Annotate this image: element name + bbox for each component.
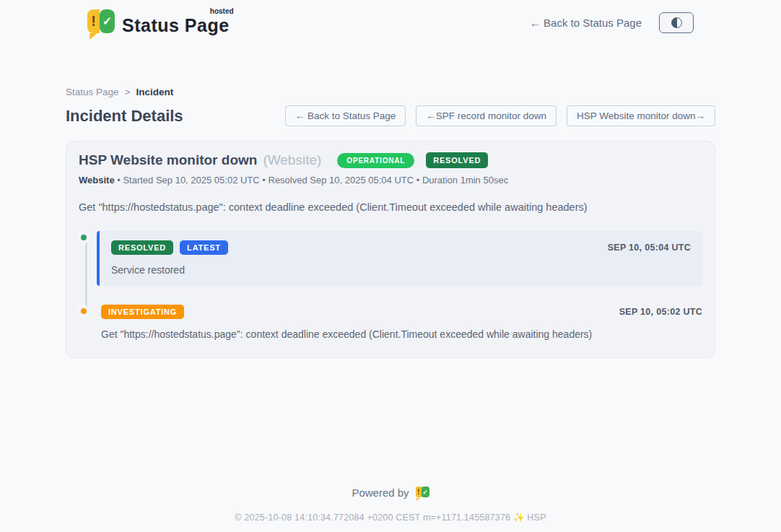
contrast-icon xyxy=(671,17,682,28)
timeline-resolved-badge: RESOLVED xyxy=(111,240,173,255)
timeline-entry-investigating: INVESTIGATING SEP 10, 05:02 UTC Get "htt… xyxy=(79,305,702,340)
incident-nav-buttons: ← Back to Status Page ←SPF record monito… xyxy=(285,105,715,126)
breadcrumb-incident: Incident xyxy=(136,87,173,97)
timeline-timestamp: SEP 10, 05:02 UTC xyxy=(619,307,702,317)
back-to-status-page-button[interactable]: ← Back to Status Page xyxy=(285,105,406,126)
main-content: Status Page > Incident Incident Details … xyxy=(66,87,715,523)
page-footer: Powered by ! ✓ © 2025-10-08 14:10:34.772… xyxy=(66,487,715,523)
timeline-entry-resolved: RESOLVED LATEST SEP 10, 05:04 UTC Servic… xyxy=(79,231,702,286)
breadcrumb-status-page[interactable]: Status Page xyxy=(66,87,119,97)
incident-component: (Website) xyxy=(263,152,321,168)
operational-badge: OPERATIONAL xyxy=(337,153,414,168)
incident-card: HSP Website monitor down (Website) OPERA… xyxy=(66,141,715,358)
brand-name: Status Page xyxy=(122,15,230,35)
page-title: Incident Details xyxy=(66,107,183,126)
incident-description: Get "https://hostedstatus.page": context… xyxy=(79,201,702,213)
mini-bubble-tail xyxy=(416,498,420,501)
next-incident-button[interactable]: HSP Website monitor down→ xyxy=(567,105,715,126)
timeline-highlight-box: RESOLVED LATEST SEP 10, 05:04 UTC Servic… xyxy=(97,231,702,286)
exclamation-icon: ! xyxy=(87,9,100,33)
copyright-text: © 2025-10-08 14:10:34.772084 +0200 CEST … xyxy=(66,512,715,523)
meta-component-name: Website xyxy=(79,175,115,186)
theme-toggle-button[interactable] xyxy=(659,12,694,33)
header-back-link[interactable]: ← Back to Status Page xyxy=(530,17,642,29)
powered-by[interactable]: Powered by ! ✓ xyxy=(352,487,429,499)
checkmark-icon: ✓ xyxy=(100,9,115,33)
bubble-tail xyxy=(90,33,97,40)
timeline-message: Get "https://hostedstatus.page": context… xyxy=(101,328,702,340)
incident-meta: Website • Started Sep 10, 2025 05:02 UTC… xyxy=(79,175,702,186)
breadcrumb-separator: > xyxy=(125,87,131,97)
timeline-latest-badge: LATEST xyxy=(180,240,228,255)
timeline-investigating-badge: INVESTIGATING xyxy=(101,305,184,319)
timeline-message: Service restored xyxy=(111,264,691,276)
brand-superscript: hosted xyxy=(210,7,234,15)
breadcrumb: Status Page > Incident xyxy=(66,87,715,97)
mini-checkmark-icon: ✓ xyxy=(422,487,429,497)
investigating-dot-icon xyxy=(79,306,89,316)
timeline-timestamp: SEP 10, 05:04 UTC xyxy=(608,243,691,253)
mini-exclamation-icon: ! xyxy=(416,487,422,497)
incident-timeline: RESOLVED LATEST SEP 10, 05:04 UTC Servic… xyxy=(79,231,702,340)
resolved-badge: RESOLVED xyxy=(426,152,488,168)
resolved-dot-icon xyxy=(79,232,89,243)
powered-by-label: Powered by xyxy=(352,487,409,499)
meta-details: • Started Sep 10, 2025 05:02 UTC • Resol… xyxy=(115,175,509,186)
status-page-logo[interactable]: ! ✓ Status Page hosted xyxy=(87,9,230,36)
mini-logo-icon: ! ✓ xyxy=(416,487,429,499)
logo-bubble-icon: ! ✓ xyxy=(87,9,115,35)
incident-title: HSP Website monitor down xyxy=(79,152,257,168)
prev-incident-button[interactable]: ←SPF record monitor down xyxy=(416,105,557,126)
page-header: ! ✓ Status Page hosted ← Back to Status … xyxy=(0,0,781,36)
